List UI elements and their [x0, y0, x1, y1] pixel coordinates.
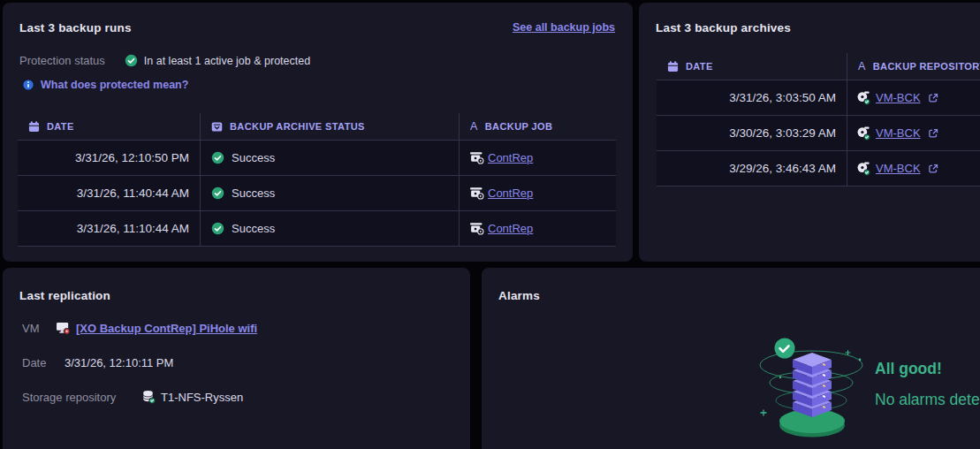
info-icon — [23, 80, 34, 90]
run-job: ContRep — [459, 141, 616, 175]
last-replication-panel: Last replication VM [XO Backup ContRep] … — [3, 268, 470, 449]
date-column-header: DATE — [657, 53, 847, 80]
run-date: 3/31/26, 12:10:50 PM — [18, 141, 200, 175]
run-status: Success — [200, 176, 459, 210]
replication-date-row: Date 3/31/26, 12:10:11 PM — [22, 356, 173, 369]
archive-repository: VM-BCK — [847, 80, 980, 115]
backup-archives-table: DATE A BACKUP REPOSITORY 3/31/26, 3:03:5… — [657, 53, 980, 186]
archive-date: 3/29/26, 3:46:43 AM — [657, 151, 847, 186]
backup-repository-link[interactable]: VM-BCK — [876, 91, 921, 104]
table-header-row: DATE BACKUP ARCHIVE STATUS A BACKUP JOB — [18, 113, 616, 141]
backup-job-link[interactable]: ContRep — [488, 222, 533, 235]
date-label: Date — [22, 356, 65, 369]
replicated-vm-link[interactable]: [XO Backup ContRep] PiHole wifi — [76, 322, 257, 335]
backup-run-row: 3/31/26, 11:40:44 AM Success ContRep — [18, 176, 616, 211]
see-all-backup-jobs-link[interactable]: See all backup jobs — [513, 21, 615, 34]
replication-vm-row: VM [XO Backup ContRep] PiHole wifi — [22, 322, 257, 335]
backup-repository-link[interactable]: VM-BCK — [876, 126, 921, 140]
success-check-icon — [211, 151, 224, 164]
external-link-icon — [928, 93, 938, 103]
run-status: Success — [200, 141, 459, 175]
protection-status-label: Protection status — [19, 54, 105, 67]
backup-job-link[interactable]: ContRep — [488, 186, 533, 200]
date-column-header: DATE — [18, 113, 200, 140]
protected-info-row: What does protected mean? — [23, 79, 188, 91]
text-icon: A — [858, 61, 866, 72]
backup-archives-panel: Last 3 backup archives DATE A BACKUP REP… — [639, 3, 980, 262]
repository-column-header: A BACKUP REPOSITORY — [847, 53, 980, 80]
alarms-title: Alarms — [498, 289, 540, 302]
run-date: 3/31/26, 11:10:44 AM — [18, 211, 200, 246]
run-job: ContRep — [459, 176, 616, 210]
alarms-status-title: All good! — [875, 360, 980, 378]
backup-repository-icon — [856, 162, 870, 176]
backup-job-icon — [469, 151, 484, 164]
backup-run-row: 3/31/26, 12:10:50 PM Success ContRep — [18, 141, 616, 176]
vm-label: VM — [22, 322, 56, 335]
backup-repository-icon — [856, 126, 870, 141]
backup-job-icon — [469, 186, 484, 200]
what-does-protected-mean-link[interactable]: What does protected mean? — [41, 79, 188, 91]
calendar-icon — [667, 61, 679, 72]
job-column-header: A BACKUP JOB — [459, 113, 616, 140]
archive-date: 3/30/26, 3:03:29 AM — [657, 116, 847, 150]
backup-job-link[interactable]: ContRep — [488, 151, 533, 164]
storage-repository-icon — [142, 390, 156, 404]
dashboard-page: Last 3 backup runs See all backup jobs P… — [0, 0, 980, 449]
backup-runs-panel: Last 3 backup runs See all backup jobs P… — [3, 3, 633, 262]
last-replication-title: Last replication — [19, 289, 110, 302]
external-link-icon — [928, 128, 938, 139]
external-link-icon — [928, 164, 938, 174]
backup-runs-title: Last 3 backup runs — [19, 21, 132, 34]
backup-runs-table: DATE BACKUP ARCHIVE STATUS A BACKUP JOB … — [18, 113, 616, 247]
run-date: 3/31/26, 11:40:44 AM — [18, 176, 200, 210]
protection-status-row: Protection status In at least 1 active j… — [19, 54, 310, 67]
text-icon: A — [470, 121, 478, 133]
archive-icon — [211, 121, 223, 133]
backup-job-icon — [469, 222, 484, 235]
backup-archive-row: 3/30/26, 3:03:29 AM VM-BCK — [657, 116, 980, 151]
alarms-status-text: All good! No alarms detected — [875, 360, 980, 409]
archive-repository: VM-BCK — [847, 151, 980, 186]
backup-repository-icon — [856, 91, 870, 105]
all-good-illustration — [747, 326, 879, 445]
status-column-header: BACKUP ARCHIVE STATUS — [200, 113, 459, 140]
run-job: ContRep — [459, 211, 616, 246]
backup-archive-row: 3/31/26, 3:03:50 AM VM-BCK — [657, 80, 980, 116]
backup-archive-row: 3/29/26, 3:46:43 AM VM-BCK — [657, 151, 980, 186]
archive-repository: VM-BCK — [847, 116, 980, 150]
storage-repository-label: Storage repository — [22, 391, 142, 404]
archive-date: 3/31/26, 3:03:50 AM — [657, 80, 847, 115]
alarms-status-subtitle: No alarms detected — [875, 391, 980, 409]
calendar-icon — [28, 121, 40, 133]
backup-run-row: 3/31/26, 11:10:44 AM Success ContRep — [18, 211, 616, 247]
vm-icon — [56, 322, 71, 335]
replication-storage-row: Storage repository T1-NFS-Ryssen — [22, 390, 243, 404]
backup-archives-title: Last 3 backup archives — [656, 21, 791, 34]
backup-repository-link[interactable]: VM-BCK — [876, 162, 921, 175]
run-status: Success — [200, 211, 459, 246]
table-header-row: DATE A BACKUP REPOSITORY — [657, 53, 980, 80]
success-check-icon — [125, 54, 138, 67]
success-check-icon — [211, 186, 224, 200]
replication-date-value: 3/31/26, 12:10:11 PM — [65, 356, 173, 369]
storage-repository-value: T1-NFS-Ryssen — [161, 391, 243, 404]
alarms-panel: Alarms — [482, 268, 980, 449]
success-check-icon — [211, 222, 224, 235]
protection-status-value: In at least 1 active job & protected — [144, 55, 310, 67]
